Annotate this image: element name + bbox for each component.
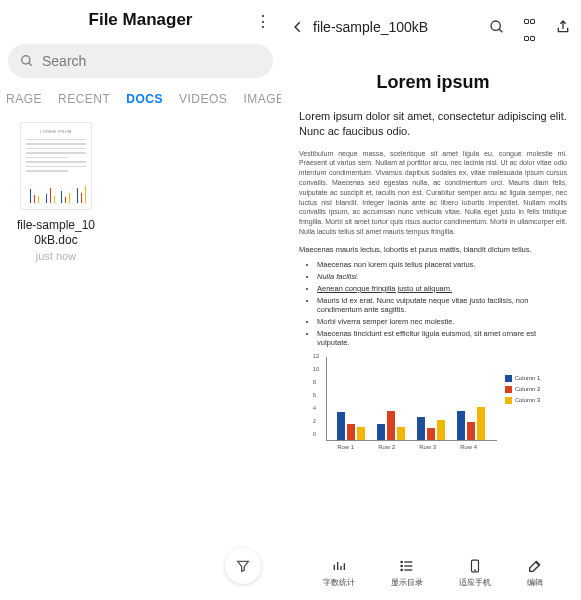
doc-line: Maecenas mauris lectus, lobortis et puru…: [299, 245, 567, 254]
list-item: Nulla facilisi.: [317, 272, 567, 281]
file-grid: LOREM IPSUM file-sample_10 0kB.doc just …: [0, 114, 281, 270]
show-outline-button[interactable]: 显示目录: [391, 557, 423, 588]
svg-point-10: [401, 565, 402, 566]
svg-line-1: [29, 63, 32, 66]
category-tabs: RAGE RECENT DOCS VIDEOS IMAGE: [0, 84, 281, 114]
file-thumbnail: LOREM IPSUM: [20, 122, 92, 210]
fm-title: File Manager: [89, 10, 193, 30]
list-item: Maecenas tincidunt est efficitur ligula …: [317, 329, 567, 347]
doc-paragraph: Vestibulum neque massa, scelerisque sit …: [299, 149, 567, 237]
svg-point-12: [401, 569, 402, 570]
list-icon: [391, 557, 423, 575]
search-input[interactable]: Search: [8, 44, 273, 78]
more-icon[interactable]: ⋮: [255, 12, 271, 31]
document-content[interactable]: Lorem ipsum Lorem ipsum dolor sit amet, …: [285, 50, 581, 547]
svg-point-2: [491, 21, 500, 30]
phone-icon: [459, 557, 491, 575]
search-placeholder: Search: [42, 53, 86, 69]
word-count-button[interactable]: 字数统计: [323, 557, 355, 588]
chart-legend: Column 1Column 2Column 3: [505, 375, 541, 450]
svg-line-3: [499, 29, 502, 32]
bars-icon: [323, 557, 355, 575]
doc-header: file-sample_100kB: [285, 0, 581, 50]
tab-recent[interactable]: RECENT: [58, 92, 110, 106]
edit-button[interactable]: 编辑: [527, 557, 543, 588]
edit-icon: [527, 557, 543, 575]
search-doc-icon[interactable]: [489, 19, 505, 35]
list-item: Mauris id ex erat. Nunc vulputate neque …: [317, 296, 567, 314]
grid-view-icon[interactable]: [523, 10, 537, 44]
tab-docs[interactable]: DOCS: [126, 92, 163, 106]
tab-storage[interactable]: RAGE: [6, 92, 42, 106]
tab-videos[interactable]: VIDEOS: [179, 92, 227, 106]
search-icon: [20, 54, 34, 68]
doc-bullet-list: Maecenas non lorem quis tellus placerat …: [299, 260, 567, 347]
share-icon[interactable]: [555, 19, 571, 35]
filter-button[interactable]: [225, 548, 261, 584]
doc-heading: Lorem ipsum: [299, 72, 567, 93]
file-time: just now: [10, 250, 102, 262]
chart-plot-area: 024681012: [326, 357, 497, 441]
fm-header: File Manager ⋮: [0, 0, 281, 38]
back-icon[interactable]: [291, 20, 305, 34]
doc-title: file-sample_100kB: [313, 19, 471, 35]
document-viewer-pane: file-sample_100kB Lorem ipsum Lorem ipsu…: [281, 0, 581, 600]
adapt-mobile-button[interactable]: 适应手机: [459, 557, 491, 588]
file-item[interactable]: LOREM IPSUM file-sample_10 0kB.doc just …: [10, 122, 102, 262]
bottom-toolbar: 字数统计 显示目录 适应手机 编辑: [285, 547, 581, 600]
svg-point-8: [401, 561, 402, 562]
file-manager-pane: File Manager ⋮ Search RAGE RECENT DOCS V…: [0, 0, 281, 600]
file-name-line2: 0kB.doc: [10, 233, 102, 248]
tab-images[interactable]: IMAGE: [243, 92, 281, 106]
list-item: Aenean congue fringilla justo ut aliquam…: [317, 284, 567, 293]
svg-point-0: [22, 56, 30, 64]
doc-subheading: Lorem ipsum dolor sit amet, consectetur …: [299, 109, 567, 139]
chart: 024681012 Row 1Row 2Row 3Row 4 Column 1C…: [299, 357, 567, 450]
file-name-line1: file-sample_10: [10, 218, 102, 233]
list-item: Maecenas non lorem quis tellus placerat …: [317, 260, 567, 269]
list-item: Morbi viverra semper lorem nec molestie.: [317, 317, 567, 326]
chart-x-labels: Row 1Row 2Row 3Row 4: [326, 444, 497, 450]
